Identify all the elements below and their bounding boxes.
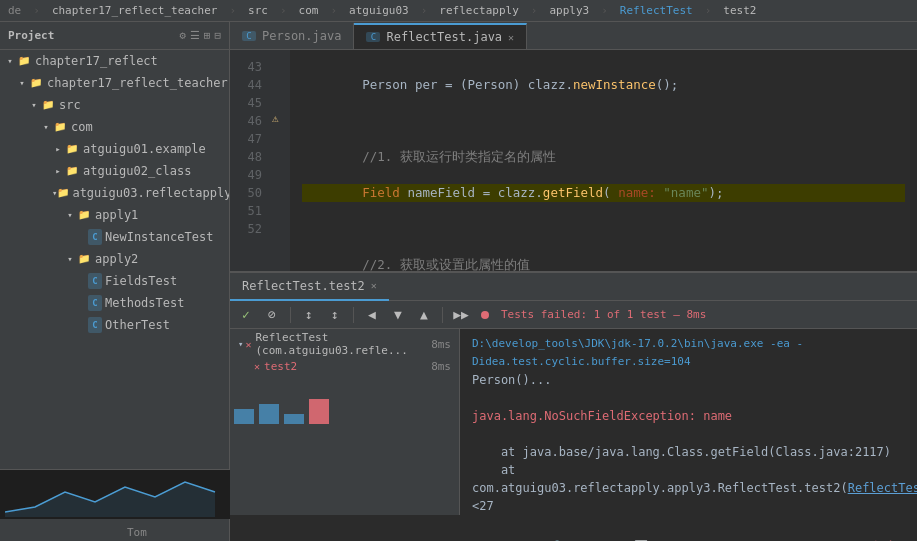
close-icon[interactable]: ✕: [508, 32, 514, 43]
tree-label: chapter17_reflect_teacher: [47, 76, 228, 90]
folder-icon: 📁: [57, 185, 69, 201]
code-content[interactable]: Person per = (Person) clazz.newInstance(…: [290, 50, 917, 271]
tree-label: NewInstanceTest: [105, 230, 213, 244]
tree-item-src[interactable]: ▾ 📁 src: [0, 94, 229, 116]
breadcrumb-item[interactable]: chapter17_reflect_teacher: [52, 4, 218, 17]
editor-area: C Person.java C ReflectTest.java ✕ 43 44…: [230, 22, 917, 541]
sort-btn1[interactable]: ↕: [299, 305, 319, 325]
tree-item-chapter17-reflect-teacher[interactable]: ▾ 📁 chapter17_reflect_teacher: [0, 72, 229, 94]
bottom-toolbar: ✓ ⊘ ↕ ↕ ◀ ▼ ▲ ▶▶ Tests failed: 1 of 1 te…: [230, 301, 917, 329]
test-failed-dot: [481, 311, 489, 319]
tree-label: atguigu03.reflectapply: [72, 186, 230, 200]
svg-rect-0: [234, 409, 254, 424]
folder-icon: 📁: [16, 53, 32, 69]
tree-label: OtherTest: [105, 318, 170, 332]
up-btn[interactable]: ▲: [414, 305, 434, 325]
tree-item-atguigu03[interactable]: ▾ 📁 atguigu03.reflectapply: [0, 182, 229, 204]
code-editor[interactable]: 43 44 45 46 47 48 49 50 51 52 ⚠ Person p…: [230, 50, 917, 271]
tree-item-atguigu01[interactable]: ▸ 📁 atguigu01.example: [0, 138, 229, 160]
line-numbers: 43 44 45 46 47 48 49 50 51 52: [230, 50, 270, 271]
folder-icon: 📁: [76, 251, 92, 267]
sidebar-chart: [0, 469, 230, 519]
tree-item-atguigu02[interactable]: ▸ 📁 atguigu02_class: [0, 160, 229, 182]
tree-label: atguigu02_class: [83, 164, 191, 178]
test-failed-text: Tests failed: 1 of 1 test – 8ms: [501, 308, 706, 321]
test-item-label: ReflectTest (com.atguigu03.refle...: [255, 331, 431, 357]
java-file-icon: C: [242, 31, 256, 41]
code-line-43: Person per = (Person) clazz.newInstance(…: [302, 76, 905, 94]
tree-arrow: ▾: [238, 339, 243, 349]
run-stop-btn[interactable]: ⊘: [262, 305, 282, 325]
code-line-44: [302, 112, 905, 130]
bottom-panel: ReflectTest.test2 ✕ ✓ ⊘ ↕ ↕ ◀ ▼ ▲ ▶▶ Te: [230, 271, 917, 541]
warning-icon: ⚠: [272, 112, 279, 125]
reflecttest-link[interactable]: ReflectTest.java:46: [848, 481, 917, 495]
tree-item-FieldsTest[interactable]: C FieldsTest: [0, 270, 229, 292]
breadcrumb-item[interactable]: src: [248, 4, 268, 17]
test-tree: ▾ ✕ ReflectTest (com.atguigu03.refle... …: [230, 329, 460, 515]
breadcrumb-item[interactable]: test2: [723, 4, 756, 17]
tab-bar: C Person.java C ReflectTest.java ✕: [230, 22, 917, 50]
tab-reflecttest-java[interactable]: C ReflectTest.java ✕: [354, 23, 527, 49]
svg-rect-3: [309, 399, 329, 424]
code-line-46: Field nameField = clazz.getField( name: …: [302, 184, 905, 202]
test-item-reflecttest[interactable]: ▾ ✕ ReflectTest (com.atguigu03.refle... …: [230, 333, 459, 355]
folder-icon: 📁: [28, 75, 44, 91]
sidebar-icon-expand[interactable]: ⊞: [204, 29, 211, 42]
console-line-cmd: D:\develop_tools\JDK\jdk-17.0.2\bin\java…: [472, 335, 905, 371]
tree-item-apply1[interactable]: ▾ 📁 apply1: [0, 204, 229, 226]
sidebar-icon-layout[interactable]: ☰: [190, 29, 200, 42]
tree-item-OtherTest[interactable]: C OtherTest: [0, 314, 229, 336]
next-btn[interactable]: ▼: [388, 305, 408, 325]
tab-label: Person.java: [262, 29, 341, 43]
bottom-tab-bar: ReflectTest.test2 ✕: [230, 273, 917, 301]
breadcrumb-item[interactable]: ReflectTest: [620, 4, 693, 17]
test-item-test2[interactable]: ✕ test2 8ms: [230, 355, 459, 377]
code-line-45: //1. 获取运行时类指定名的属性: [302, 148, 905, 166]
tree-label: com: [71, 120, 93, 134]
java-icon: C: [88, 229, 102, 245]
test-time: 8ms: [431, 360, 451, 373]
tree-item-MethodsTest[interactable]: C MethodsTest: [0, 292, 229, 314]
fast-forward-btn[interactable]: ▶▶: [451, 305, 471, 325]
tree-label: apply1: [95, 208, 138, 222]
tom-label: Tom: [127, 526, 147, 539]
console-line-exception: java.lang.NoSuchFieldException: name: [472, 407, 905, 425]
tree-item-com[interactable]: ▾ 📁 com: [0, 116, 229, 138]
tree-arrow: ▸: [52, 144, 64, 154]
toolbar-separator2: [353, 307, 354, 323]
console-line-trace2: at com.atguigu03.reflectapply.apply3.Ref…: [472, 461, 905, 515]
bottom-tab-label: ReflectTest.test2: [242, 279, 365, 293]
tree-item-apply2[interactable]: ▾ 📁 apply2: [0, 248, 229, 270]
code-line-47: [302, 220, 905, 238]
tree-label: MethodsTest: [105, 296, 184, 310]
tree-item-chapter17-reflect[interactable]: ▾ 📁 chapter17_reflect: [0, 50, 229, 72]
fail-icon: ✕: [245, 339, 251, 350]
tree-label: apply2: [95, 252, 138, 266]
folder-icon: 📁: [40, 97, 56, 113]
run-pass-btn[interactable]: ✓: [236, 305, 256, 325]
breadcrumb-item[interactable]: de: [8, 4, 21, 17]
sidebar-icon-collapse[interactable]: ⊟: [214, 29, 221, 42]
breadcrumb-item[interactable]: apply3: [549, 4, 589, 17]
sort-btn2[interactable]: ↕: [325, 305, 345, 325]
tree-item-NewInstanceTest[interactable]: C NewInstanceTest: [0, 226, 229, 248]
breadcrumb-item[interactable]: atguigu03: [349, 4, 409, 17]
sidebar: Project ⚙ ☰ ⊞ ⊟ ▾ 📁 chapter17_reflect ▾ …: [0, 22, 230, 541]
bottom-tab-reflecttest[interactable]: ReflectTest.test2 ✕: [230, 273, 389, 301]
top-breadcrumb: de › chapter17_reflect_teacher › src › c…: [0, 0, 917, 22]
chart-svg: [5, 472, 225, 517]
console-line-person: Person()...: [472, 371, 905, 389]
prev-btn[interactable]: ◀: [362, 305, 382, 325]
tree-label: atguigu01.example: [83, 142, 206, 156]
sidebar-icon-settings[interactable]: ⚙: [179, 29, 186, 42]
close-icon[interactable]: ✕: [371, 280, 377, 291]
console-output[interactable]: D:\develop_tools\JDK\jdk-17.0.2\bin\java…: [460, 329, 917, 515]
sidebar-header: Project ⚙ ☰ ⊞ ⊟: [0, 22, 229, 50]
breadcrumb-item[interactable]: com: [299, 4, 319, 17]
breadcrumb-item[interactable]: reflectapply: [439, 4, 518, 17]
tree-arrow: ▾: [64, 210, 76, 220]
toolbar-separator: [290, 307, 291, 323]
tab-person-java[interactable]: C Person.java: [230, 23, 354, 49]
java-file-icon: C: [366, 32, 380, 42]
